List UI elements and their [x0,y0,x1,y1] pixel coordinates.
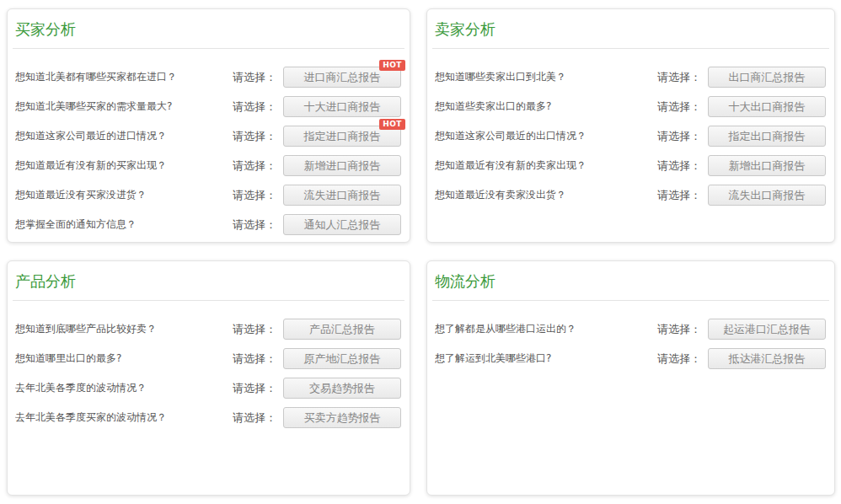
report-row: 想知道最近没有买家没进货？ 请选择： 流失进口商报告 [8,180,410,210]
select-label: 请选择： [233,351,276,367]
report-rows: 想知道北美都有哪些买家都在进口？ 请选择： 进口商汇总报告 HOT 想知道北美哪… [8,62,410,239]
question-text: 想知道最近有没有新的买家出现？ [15,158,233,173]
arrival-port-summary-report-button[interactable]: 抵达港汇总报告 [708,348,826,369]
button-wrapper: 通知人汇总报告 [283,214,401,235]
button-wrapper: 原产地汇总报告 [283,348,401,369]
new-exporters-report-button[interactable]: 新增出口商报告 [708,155,826,176]
select-label: 请选择： [657,158,701,174]
select-label: 请选择： [233,158,276,174]
select-label: 请选择： [233,322,276,337]
select-label: 请选择： [233,70,276,85]
select-label: 请选择： [233,188,276,203]
question-text: 想知道哪些卖家出口到北美？ [435,70,657,84]
question-text: 想知道最近没有买家没进货？ [15,188,233,202]
select-label: 请选择： [233,217,276,233]
button-wrapper: 十大进口商报告 [283,96,401,117]
report-row: 去年北美各季度的波动情况？ 请选择： 交易趋势报告 [8,373,410,403]
button-wrapper: 指定进口商报告 HOT [283,126,401,147]
notify-party-summary-report-button[interactable]: 通知人汇总报告 [283,214,401,235]
button-wrapper: 新增出口商报告 [708,155,826,176]
question-text: 去年北美各季度买家的波动情况？ [15,410,233,425]
report-row: 想知道些卖家出口的最多? 请选择： 十大出口商报告 [427,92,834,121]
button-wrapper: 流失进口商报告 [283,185,401,206]
question-text: 想知道最近没有卖家没出货？ [435,188,657,202]
product-summary-report-button[interactable]: 产品汇总报告 [283,319,401,340]
report-row: 想了解运到北美哪些港口? 请选择： 抵达港汇总报告 [427,344,834,373]
panel-product-analysis: 产品分析 想知道到底哪些产品比较好卖？ 请选择： 产品汇总报告 想知道哪里出口的… [7,260,410,496]
report-rows: 想知道到底哪些产品比较好卖？ 请选择： 产品汇总报告 想知道哪里出口的最多? 请… [8,314,410,432]
button-wrapper: 指定出口商报告 [708,126,826,147]
button-wrapper: 新增进口商报告 [283,155,401,176]
panel-title-logistics-analysis: 物流分析 [435,272,828,291]
specified-exporter-report-button[interactable]: 指定出口商报告 [708,126,826,147]
panel-title-product-analysis: 产品分析 [15,272,403,291]
button-wrapper: 进口商汇总报告 HOT [283,67,401,88]
question-text: 想知道北美哪些买家的需求量最大? [15,99,233,114]
button-wrapper: 十大出口商报告 [708,96,826,117]
button-wrapper: 抵达港汇总报告 [708,348,826,369]
report-row: 想知道到底哪些产品比较好卖？ 请选择： 产品汇总报告 [8,314,410,344]
new-importers-report-button[interactable]: 新增进口商报告 [283,155,401,176]
question-text: 去年北美各季度的波动情况？ [15,381,233,395]
top-ten-importers-report-button[interactable]: 十大进口商报告 [283,96,401,117]
question-text: 想知道些卖家出口的最多? [435,99,657,114]
button-wrapper: 流失出口商报告 [708,185,826,206]
panel-logistics-analysis: 物流分析 想了解都是从哪些港口运出的？ 请选择： 起运港口汇总报告 想了解运到北… [426,260,835,496]
exporter-summary-report-button[interactable]: 出口商汇总报告 [708,67,826,88]
question-text: 想知道最近有没有新的卖家出现？ [435,158,657,173]
question-text: 想知道这家公司最近的进口情况？ [15,129,233,143]
report-row: 想知道这家公司最近的出口情况？ 请选择： 指定出口商报告 [427,121,834,151]
button-wrapper: 起运港口汇总报告 [708,319,826,340]
buyer-seller-trend-report-button[interactable]: 买卖方趋势报告 [283,407,401,428]
report-rows: 想知道哪些卖家出口到北美？ 请选择： 出口商汇总报告 想知道些卖家出口的最多? … [427,62,834,210]
select-label: 请选择： [233,381,276,396]
panel-title-buyer-analysis: 买家分析 [15,20,403,39]
select-label: 请选择： [657,70,701,85]
panel-divider [13,48,404,49]
panel-title-seller-analysis: 卖家分析 [435,20,828,39]
panel-divider [432,300,829,301]
select-label: 请选择： [657,351,701,367]
select-label: 请选择： [233,99,276,115]
report-row: 想掌握全面的通知方信息？ 请选择： 通知人汇总报告 [8,210,410,239]
select-label: 请选择： [657,322,701,337]
trade-trend-report-button[interactable]: 交易趋势报告 [283,378,401,399]
report-row: 想知道最近有没有新的卖家出现？ 请选择： 新增出口商报告 [427,151,834,180]
button-wrapper: 出口商汇总报告 [708,67,826,88]
question-text: 想掌握全面的通知方信息？ [15,217,233,232]
question-text: 想知道北美都有哪些买家都在进口？ [15,70,233,84]
question-text: 想知道哪里出口的最多? [15,351,233,366]
select-label: 请选择： [657,99,701,115]
report-row: 想知道这家公司最近的进口情况？ 请选择： 指定进口商报告 HOT [8,121,410,151]
select-label: 请选择： [657,129,701,144]
report-row: 想知道哪些卖家出口到北美？ 请选择： 出口商汇总报告 [427,62,834,92]
report-row: 想知道最近有没有新的买家出现？ 请选择： 新增进口商报告 [8,151,410,180]
button-wrapper: 交易趋势报告 [283,378,401,399]
top-ten-exporters-report-button[interactable]: 十大出口商报告 [708,96,826,117]
report-row: 去年北美各季度买家的波动情况？ 请选择： 买卖方趋势报告 [8,403,410,432]
button-wrapper: 产品汇总报告 [283,319,401,340]
panel-seller-analysis: 卖家分析 想知道哪些卖家出口到北美？ 请选择： 出口商汇总报告 想知道些卖家出口… [426,8,835,243]
select-label: 请选择： [233,129,276,144]
hot-badge: HOT [379,60,405,71]
report-row: 想知道最近没有卖家没出货？ 请选择： 流失出口商报告 [427,180,834,210]
report-row: 想知道北美都有哪些买家都在进口？ 请选择： 进口商汇总报告 HOT [8,62,410,92]
origin-summary-report-button[interactable]: 原产地汇总报告 [283,348,401,369]
question-text: 想了解运到北美哪些港口? [435,351,657,366]
lost-importers-report-button[interactable]: 流失进口商报告 [283,185,401,206]
lost-exporters-report-button[interactable]: 流失出口商报告 [708,185,826,206]
report-rows: 想了解都是从哪些港口运出的？ 请选择： 起运港口汇总报告 想了解运到北美哪些港口… [427,314,834,373]
question-text: 想知道到底哪些产品比较好卖？ [15,322,233,336]
button-wrapper: 买卖方趋势报告 [283,407,401,428]
question-text: 想了解都是从哪些港口运出的？ [435,322,657,336]
panel-divider [432,48,829,49]
panel-buyer-analysis: 买家分析 想知道北美都有哪些买家都在进口？ 请选择： 进口商汇总报告 HOT 想… [7,8,410,243]
select-label: 请选择： [657,188,701,203]
select-label: 请选择： [233,410,276,426]
report-row: 想知道哪里出口的最多? 请选择： 原产地汇总报告 [8,344,410,373]
hot-badge: HOT [379,119,405,130]
question-text: 想知道这家公司最近的出口情况？ [435,129,657,143]
departure-port-summary-report-button[interactable]: 起运港口汇总报告 [708,319,826,340]
panel-divider [13,300,404,301]
report-row: 想知道北美哪些买家的需求量最大? 请选择： 十大进口商报告 [8,92,410,121]
